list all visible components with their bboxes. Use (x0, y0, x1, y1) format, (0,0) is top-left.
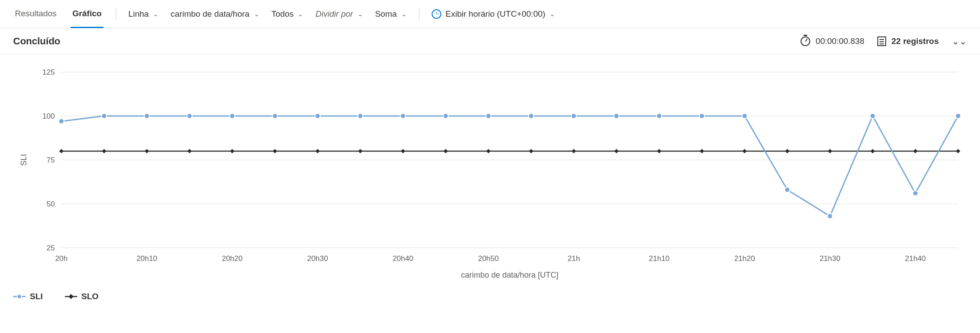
svg-point-23 (59, 119, 64, 124)
split-by-dropdown[interactable]: Dividir por ⌄ (315, 9, 363, 19)
chevron-down-icon: ⌄ (298, 11, 303, 18)
status-bar: Concluído 00:00:00.838 22 registros ⌄⌄ (0, 28, 980, 54)
svg-text:25: 25 (46, 244, 55, 252)
filter-value: Todos (272, 9, 294, 19)
svg-point-42 (870, 113, 875, 119)
legend-label-slo: SLO (82, 292, 99, 301)
svg-point-43 (913, 191, 918, 196)
svg-text:20h50: 20h50 (478, 254, 499, 263)
x-field-dropdown[interactable]: carimbo de data/hora ⌄ (171, 9, 259, 19)
svg-point-41 (827, 214, 833, 219)
timezone-value: Exibir horário (UTC+00:00) (446, 9, 546, 19)
chart-type-dropdown[interactable]: Linha ⌄ (129, 9, 159, 19)
svg-point-35 (571, 113, 576, 119)
elapsed-value: 00:00:00.838 (815, 36, 864, 46)
clock-icon (432, 9, 441, 19)
svg-point-39 (742, 113, 747, 119)
svg-rect-48 (68, 294, 73, 299)
svg-text:20h20: 20h20 (222, 254, 243, 263)
svg-text:20h30: 20h30 (307, 254, 328, 263)
records-icon (877, 36, 886, 46)
aggregation-dropdown[interactable]: Soma ⌄ (375, 9, 407, 19)
chart-legend: SLI SLO (0, 292, 980, 310)
svg-point-36 (614, 113, 619, 119)
svg-point-31 (401, 113, 406, 119)
elapsed-time: 00:00:00.838 (801, 36, 864, 46)
svg-text:50: 50 (46, 200, 55, 208)
svg-point-29 (315, 113, 320, 119)
svg-text:21h20: 21h20 (734, 254, 755, 263)
line-chart: 25507510012520h20h1020h2020h3020h4020h50… (13, 63, 967, 283)
chevron-down-icon: ⌄ (153, 11, 158, 18)
svg-text:21h10: 21h10 (649, 254, 669, 263)
status-title: Concluído (13, 36, 61, 47)
svg-text:carimbo de data/hora [UTC]: carimbo de data/hora [UTC] (461, 271, 558, 279)
record-value: 22 registros (891, 36, 939, 46)
toolbar-divider (419, 8, 419, 20)
legend-item-slo[interactable]: SLO (65, 292, 99, 301)
svg-point-32 (443, 113, 448, 119)
svg-text:75: 75 (46, 156, 55, 164)
svg-point-37 (657, 113, 662, 119)
svg-point-38 (699, 113, 705, 119)
record-count: 22 registros (877, 36, 939, 46)
tab-chart[interactable]: Gráfico (71, 0, 104, 28)
tab-results[interactable]: Resultados (13, 0, 58, 28)
stopwatch-icon (801, 36, 810, 46)
svg-point-25 (144, 113, 150, 119)
aggregation-value: Soma (375, 9, 397, 19)
svg-text:20h: 20h (55, 254, 68, 263)
svg-point-28 (272, 113, 278, 119)
svg-text:20h10: 20h10 (136, 254, 157, 263)
legend-swatch-slo (65, 292, 77, 301)
expand-icon[interactable]: ⌄⌄ (952, 36, 967, 47)
x-field-value: carimbo de data/hora (171, 9, 250, 19)
timezone-dropdown[interactable]: Exibir horário (UTC+00:00) ⌄ (432, 9, 555, 19)
svg-point-30 (358, 113, 363, 119)
svg-text:21h30: 21h30 (819, 254, 840, 263)
svg-point-34 (529, 113, 534, 119)
chevron-down-icon: ⌄ (401, 11, 407, 18)
svg-point-44 (955, 113, 961, 119)
svg-text:125: 125 (43, 68, 55, 76)
svg-text:21h40: 21h40 (905, 254, 926, 263)
svg-point-24 (101, 113, 107, 119)
toolbar-divider (116, 8, 116, 20)
svg-text:21h: 21h (568, 254, 580, 263)
split-by-value: Dividir por (315, 9, 353, 19)
svg-text:SLI: SLI (19, 154, 28, 166)
svg-text:20h40: 20h40 (393, 254, 413, 263)
svg-point-33 (486, 113, 491, 119)
chevron-down-icon: ⌄ (254, 11, 259, 18)
svg-point-26 (187, 113, 192, 119)
svg-text:100: 100 (43, 112, 55, 120)
chart-toolbar: Resultados Gráfico Linha ⌄ carimbo de da… (0, 0, 980, 28)
filter-dropdown[interactable]: Todos ⌄ (272, 9, 304, 19)
svg-point-27 (229, 113, 235, 119)
chart-container: 25507510012520h20h1020h2020h3020h4020h50… (0, 54, 980, 292)
legend-item-sli[interactable]: SLI (13, 292, 43, 301)
svg-point-40 (785, 187, 790, 192)
legend-label-sli: SLI (30, 292, 43, 301)
chevron-down-icon: ⌄ (358, 11, 363, 18)
svg-point-46 (17, 294, 21, 299)
chevron-down-icon: ⌄ (550, 11, 555, 18)
chart-type-value: Linha (129, 9, 149, 19)
legend-swatch-sli (13, 292, 25, 301)
